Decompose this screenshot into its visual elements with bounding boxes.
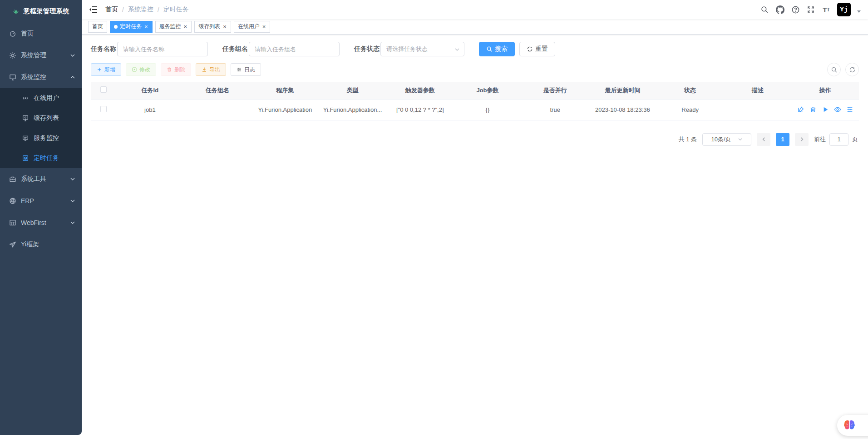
table-row[interactable]: job1 Yi.Furion.Application Yi.Furion.App…: [91, 99, 859, 120]
tab-label: 在线用户: [238, 23, 260, 30]
breadcrumb-home[interactable]: 首页: [105, 5, 118, 14]
sidebar-item-cache-list[interactable]: 缓存列表: [0, 108, 82, 128]
col-description: 描述: [724, 82, 791, 99]
delete-button[interactable]: 删除: [161, 63, 191, 76]
breadcrumb-separator: /: [122, 6, 124, 13]
refresh-table-button[interactable]: [845, 63, 859, 76]
header-search-icon[interactable]: [760, 5, 769, 14]
schedule-icon: [22, 155, 29, 162]
reset-button-label: 重置: [535, 45, 548, 53]
active-dot-icon: [114, 25, 118, 29]
cache-monitor-icon: [22, 115, 29, 122]
delete-row-icon[interactable]: [809, 106, 817, 113]
sidebar-item-label: 服务监控: [34, 134, 75, 142]
col-job-params: Job参数: [454, 82, 522, 99]
page-number-button[interactable]: 1: [776, 133, 789, 146]
tab-cache-list[interactable]: 缓存列表: [194, 21, 231, 33]
breadcrumb-section: 系统监控: [128, 5, 153, 14]
col-task-id: 任务Id: [116, 82, 184, 99]
close-icon[interactable]: [262, 24, 266, 30]
sidebar-item-system[interactable]: 系统管理: [0, 45, 82, 66]
add-button[interactable]: 新增: [91, 63, 121, 76]
prev-page-button[interactable]: [757, 133, 770, 146]
col-task-group: 任务组名: [184, 82, 252, 99]
sidebar-item-scheduled-jobs[interactable]: 定时任务: [0, 148, 82, 168]
next-page-button[interactable]: [795, 133, 809, 146]
jumper-input[interactable]: [829, 133, 848, 146]
search-button[interactable]: 搜索: [479, 42, 515, 56]
chevron-up-icon: [70, 75, 75, 80]
sidebar-item-label: ERP: [21, 197, 70, 205]
fullscreen-icon[interactable]: [806, 5, 815, 14]
sidebar-item-label: 系统管理: [21, 51, 70, 60]
log-button[interactable]: 日志: [231, 63, 261, 76]
globe-icon: [9, 197, 16, 205]
tab-online-users[interactable]: 在线用户: [234, 21, 271, 33]
breadcrumb: 首页 / 系统监控 / 定时任务: [105, 5, 760, 14]
chevron-down-icon: [70, 198, 75, 204]
ai-assistant-button[interactable]: [837, 415, 868, 436]
reset-button[interactable]: 重置: [519, 42, 555, 56]
chevron-down-icon: [738, 137, 743, 142]
tab-scheduled-jobs[interactable]: 定时任务: [110, 21, 153, 33]
github-icon[interactable]: [775, 5, 784, 14]
font-size-icon[interactable]: TT: [822, 5, 831, 14]
avatar-caret-icon[interactable]: [857, 10, 861, 13]
chevron-right-icon: [799, 137, 804, 142]
close-icon[interactable]: [222, 24, 227, 30]
run-job-icon[interactable]: [822, 106, 829, 113]
sidebar-item-online-users[interactable]: 在线用户: [0, 88, 82, 108]
tab-home[interactable]: 首页: [88, 21, 107, 33]
task-status-select[interactable]: 请选择任务状态: [380, 42, 464, 56]
sidebar-item-tools[interactable]: 系统工具: [0, 168, 82, 190]
search-button-label: 搜索: [495, 45, 508, 53]
close-icon[interactable]: [183, 24, 188, 30]
navbar-actions: TT Yj: [760, 3, 861, 16]
task-group-input[interactable]: [249, 42, 340, 56]
tab-label: 服务监控: [159, 23, 181, 30]
sidebar-item-label: 缓存列表: [34, 114, 75, 122]
page-jumper: 前往 页: [814, 133, 858, 146]
log-button-label: 日志: [244, 66, 255, 74]
job-log-icon[interactable]: [846, 106, 853, 113]
table-header-row: 任务Id 任务组名 程序集 类型 触发器参数 Job参数 是否并行 最后更新时间…: [91, 82, 859, 99]
view-row-icon[interactable]: [834, 106, 841, 113]
cell-assembly: Yi.Furion.Application: [251, 99, 319, 120]
export-button[interactable]: 导出: [196, 63, 226, 76]
trash-icon: [167, 67, 172, 72]
breadcrumb-page: 定时任务: [163, 5, 189, 14]
sidebar-item-home[interactable]: 首页: [0, 23, 82, 45]
top-navbar: 首页 / 系统监控 / 定时任务 TT Yj: [82, 0, 868, 19]
avatar[interactable]: Yj: [837, 3, 851, 16]
toggle-search-button[interactable]: [827, 63, 841, 76]
horizontal-scrollbar[interactable]: [0, 435, 868, 439]
select-all-checkbox[interactable]: [100, 86, 107, 93]
close-icon[interactable]: [144, 24, 148, 30]
edit-button[interactable]: 修改: [126, 63, 156, 76]
sidebar-item-webfirst[interactable]: WebFirst: [0, 212, 82, 234]
sidebar-item-server-monitor[interactable]: 服务监控: [0, 128, 82, 148]
broadcast-icon: [22, 95, 29, 102]
row-checkbox[interactable]: [100, 106, 107, 112]
page-size-value: 10条/页: [711, 135, 731, 144]
sidebar-item-yi-framework[interactable]: Yi框架: [0, 234, 82, 255]
task-name-input[interactable]: [117, 42, 208, 56]
sidebar-fold-icon[interactable]: [89, 5, 98, 14]
sidebar-item-monitor[interactable]: 系统监控: [0, 66, 82, 88]
app-logo[interactable]: 意框架管理系统: [0, 0, 82, 23]
page-size-select[interactable]: 10条/页: [702, 133, 751, 146]
sidebar-item-label: 定时任务: [34, 154, 75, 162]
col-trigger-params: 触发器参数: [386, 82, 454, 99]
sidebar-item-label: WebFirst: [21, 219, 70, 226]
help-icon[interactable]: [791, 5, 800, 14]
tab-server-monitor[interactable]: 服务监控: [155, 21, 192, 33]
pagination-total: 共 1 条: [679, 135, 697, 144]
col-updated-at: 最后更新时间: [589, 82, 656, 99]
col-type: 类型: [319, 82, 386, 99]
dashboard-icon: [9, 30, 16, 37]
sidebar-item-label: 首页: [21, 30, 75, 38]
cell-description: [724, 99, 791, 120]
sidebar: 意框架管理系统 首页 系统管理 系统监控 在线用户: [0, 0, 82, 435]
edit-row-icon[interactable]: [797, 106, 804, 113]
sidebar-item-erp[interactable]: ERP: [0, 190, 82, 212]
